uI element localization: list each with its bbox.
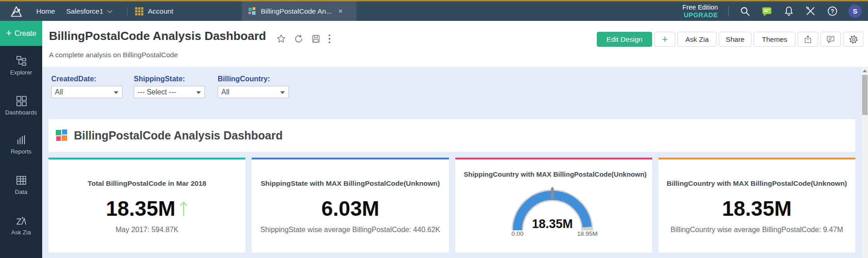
ask-zia-icon bbox=[15, 215, 27, 227]
shipping-state-select[interactable]: --- Select --- bbox=[134, 86, 205, 98]
filter-shipping-state: ShippingState: --- Select --- bbox=[134, 75, 205, 98]
sidebar-label: Explorer bbox=[0, 69, 42, 76]
nav-home[interactable]: Home bbox=[36, 1, 55, 21]
select-arrow-icon bbox=[280, 91, 285, 94]
nav-workspace-selector[interactable]: Salesforce1 bbox=[66, 1, 111, 21]
sidebar-item-data[interactable]: Data bbox=[0, 174, 42, 195]
filter-created-date: CreatedDate: All bbox=[51, 75, 122, 98]
notifications-bell-icon[interactable] bbox=[783, 5, 795, 17]
select-value: All bbox=[221, 88, 229, 96]
dashboard-heading: BillingPostalCode Analysis Dashboard bbox=[74, 129, 283, 142]
scroll-up-arrow[interactable] bbox=[863, 69, 867, 72]
billing-country-select[interactable]: All bbox=[218, 86, 289, 98]
card-title: Total BillingPostalCode in Mar 2018 bbox=[49, 179, 245, 188]
plus-icon: + bbox=[6, 27, 12, 39]
save-icon[interactable] bbox=[311, 34, 321, 44]
zoho-analytics-logo-icon[interactable] bbox=[9, 1, 24, 21]
kpi-comparison: May 2017: 594.87K bbox=[49, 226, 245, 234]
sidebar-item-ask-zia[interactable]: Ask Zia bbox=[0, 215, 42, 236]
create-label: Create bbox=[15, 30, 36, 38]
vertical-scrollbar[interactable] bbox=[862, 67, 868, 258]
card-title: ShippingCountry with MAX BillingPostalCo… bbox=[464, 170, 647, 178]
page-title: BillingPostalCode Analysis Dashboard bbox=[49, 29, 266, 43]
create-button[interactable]: + Create bbox=[0, 21, 42, 46]
top-navbar: Home Salesforce1 Account BillingPostalCo… bbox=[0, 1, 868, 21]
filter-billing-country: BillingCountry: All bbox=[218, 75, 289, 98]
ask-zia-button[interactable]: Ask Zia bbox=[678, 32, 717, 47]
add-button[interactable]: + bbox=[654, 32, 675, 47]
left-sidebar: + Create Explorer Dashboards Reports Dat… bbox=[0, 21, 42, 258]
sidebar-item-reports[interactable]: Reports bbox=[0, 134, 42, 155]
free-edition-label: Free Edition bbox=[683, 4, 718, 11]
nav-tab-account[interactable]: Account bbox=[135, 1, 173, 21]
account-label: Account bbox=[148, 7, 173, 15]
svg-text:?: ? bbox=[831, 8, 834, 15]
select-value: --- Select --- bbox=[137, 88, 176, 96]
gauge-card-shippingcountry-max[interactable]: ShippingCountry with MAX BillingPostalCo… bbox=[455, 158, 652, 253]
tab-close-icon[interactable]: × bbox=[338, 7, 343, 16]
page-subtitle: A complete analysis on BillingPostalCode bbox=[49, 51, 178, 59]
svg-text:0.00: 0.00 bbox=[511, 230, 523, 237]
chevron-down-icon bbox=[107, 8, 112, 13]
search-icon[interactable] bbox=[739, 5, 751, 17]
gauge-chart: 18.35M 0.00 18.95M bbox=[502, 183, 602, 239]
favorite-star-icon[interactable] bbox=[276, 34, 286, 44]
kpi-card-shippingstate-max[interactable]: ShippingState with MAX BillingPostalCode… bbox=[252, 158, 449, 253]
page-header: BillingPostalCode Analysis Dashboard A c… bbox=[42, 21, 868, 67]
dashboard-title-band: BillingPostalCode Analysis Dashboard bbox=[49, 119, 855, 152]
tab-title: BillingPostalCode An... bbox=[261, 7, 332, 15]
kpi-value: 18.35M bbox=[106, 196, 175, 221]
filter-label: CreatedDate: bbox=[51, 75, 122, 83]
sidebar-label: Dashboards bbox=[0, 109, 42, 116]
filter-label: BillingCountry: bbox=[218, 75, 289, 83]
kpi-card-total-billingpostalcode[interactable]: Total BillingPostalCode in Mar 2018 18.3… bbox=[49, 158, 245, 253]
scroll-thumb[interactable] bbox=[862, 75, 868, 115]
nav-divider bbox=[728, 6, 729, 17]
svg-text:18.95M: 18.95M bbox=[577, 230, 597, 237]
kpi-value: 18.35M bbox=[722, 196, 791, 221]
select-arrow-icon bbox=[196, 91, 201, 94]
gauge-target-tick bbox=[551, 187, 554, 199]
dashboard-tab-icon bbox=[248, 7, 256, 15]
plan-info: Free Edition UPGRADE bbox=[683, 4, 718, 19]
dashboard-icon bbox=[56, 129, 68, 142]
refresh-icon[interactable] bbox=[294, 34, 303, 44]
feedback-chat-icon[interactable] bbox=[761, 5, 773, 17]
sidebar-label: Data bbox=[0, 189, 42, 195]
explorer-icon bbox=[15, 55, 27, 67]
workspace-label: Salesforce1 bbox=[66, 7, 103, 15]
kpi-value: 6.03M bbox=[321, 196, 379, 221]
nav-divider bbox=[127, 7, 127, 16]
card-title: BillingCountry with MAX BillingPostalCod… bbox=[658, 179, 855, 188]
sidebar-item-explorer[interactable]: Explorer bbox=[0, 55, 42, 76]
reports-icon bbox=[15, 134, 27, 146]
account-grid-icon bbox=[135, 7, 143, 15]
select-value: All bbox=[55, 88, 63, 96]
sidebar-label: Ask Zia bbox=[0, 229, 42, 236]
dashboard-canvas: CreatedDate: All ShippingState: --- Sele… bbox=[42, 67, 868, 258]
export-button[interactable] bbox=[798, 32, 818, 47]
comments-button[interactable] bbox=[820, 32, 841, 47]
share-button[interactable]: Share bbox=[719, 32, 751, 47]
more-options-icon[interactable] bbox=[328, 34, 331, 44]
edit-design-button[interactable]: Edit Design bbox=[597, 32, 652, 47]
sidebar-label: Reports bbox=[0, 148, 42, 155]
dashboards-icon bbox=[15, 95, 27, 107]
select-arrow-icon bbox=[114, 91, 118, 94]
kpi-comparison: ShippingState wise average BillingPostal… bbox=[252, 226, 449, 234]
data-icon bbox=[15, 174, 27, 186]
trend-up-arrow-icon bbox=[179, 200, 188, 217]
filter-label: ShippingState: bbox=[134, 75, 205, 83]
settings-button[interactable] bbox=[843, 32, 863, 47]
themes-button[interactable]: Themes bbox=[754, 32, 795, 47]
svg-text:18.35M: 18.35M bbox=[532, 217, 572, 231]
active-tab-dashboard[interactable]: BillingPostalCode An... × bbox=[242, 1, 356, 21]
tools-icon[interactable] bbox=[805, 5, 816, 17]
upgrade-link[interactable]: UPGRADE bbox=[683, 11, 718, 19]
sidebar-item-dashboards[interactable]: Dashboards bbox=[0, 95, 42, 116]
kpi-comparison: BillingCountry wise average BillingPosta… bbox=[658, 226, 855, 234]
kpi-card-billingcountry-max[interactable]: BillingCountry with MAX BillingPostalCod… bbox=[658, 158, 855, 253]
help-icon[interactable]: ? bbox=[827, 5, 838, 17]
user-avatar[interactable]: S bbox=[848, 5, 862, 18]
created-date-select[interactable]: All bbox=[51, 86, 122, 98]
